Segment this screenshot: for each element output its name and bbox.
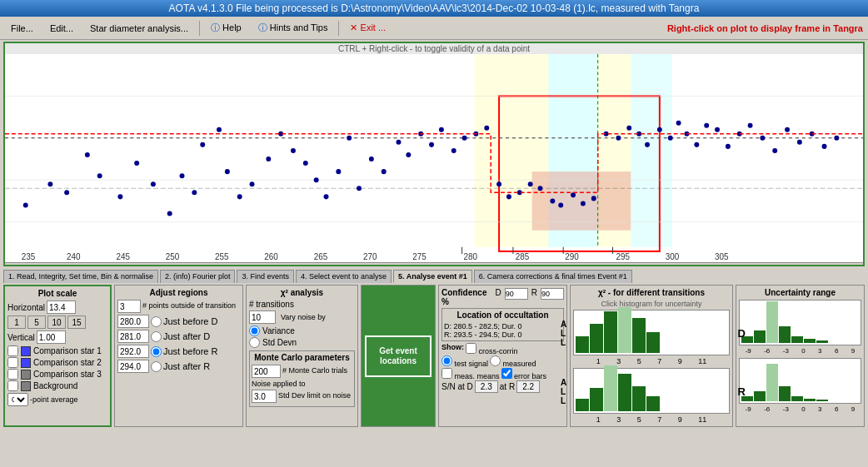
scale-10-button[interactable]: 10 [47,315,66,329]
background-checkbox[interactable] [7,380,18,391]
tab-6[interactable]: 6. Camera corrections & final times Even… [474,270,632,283]
std-devn-radio[interactable] [249,337,260,348]
star-diameter-menu[interactable]: Star diameter analysis... [84,21,194,36]
vertical-input[interactable] [37,330,66,344]
svg-point-26 [217,127,222,132]
variance-radio[interactable] [249,325,260,336]
svg-text:245: 245 [116,252,130,261]
horizontal-input[interactable] [47,301,76,314]
sn-at-d-input [475,380,498,393]
d-bar-3 [604,311,617,353]
variance-label: Variance [262,326,295,335]
svg-rect-4 [631,54,671,247]
just-before-r-radio[interactable] [151,346,162,357]
confidence-location-panel: Confidence % D R Location of occultation… [438,285,567,427]
cross-corrin-label[interactable]: cross-corrin [466,343,518,355]
sn-at-r-label: at R [500,382,515,391]
svg-rect-5 [532,171,631,231]
scale-15-button[interactable]: 15 [67,315,86,329]
r-histogram[interactable]: ALL R [573,368,730,414]
svg-point-36 [336,169,341,174]
just-before-d-input[interactable] [117,315,149,328]
just-before-r-input[interactable] [117,345,149,358]
chart-scrollbar[interactable]: ◄ ► [5,262,863,266]
measured-label[interactable]: measured [490,355,536,368]
svg-point-45 [439,127,444,132]
transitions-input[interactable] [249,311,276,324]
just-after-d-label: Just after D [163,331,210,341]
edit-menu[interactable]: Edit... [44,21,79,36]
horizontal-scale-row: Horizontal [7,301,107,314]
error-bars-checkbox[interactable] [501,368,512,379]
std-dev-input[interactable] [252,390,277,403]
svg-point-64 [645,142,650,147]
tab-2[interactable]: 2. (info) Fourier plot [160,270,236,283]
point-average-row: 0123 -point average [7,393,107,406]
tab-1[interactable]: 1. Read, Integrity, Set time, Bin & norm… [3,270,158,283]
meas-means-checkbox[interactable] [441,368,452,379]
d-uncertainty-histogram[interactable] [739,300,861,345]
svg-text:290: 290 [565,252,579,261]
chi2-diff-panel: χ² - for different transitions Click his… [570,285,733,427]
chi2-title: χ² analysis [249,288,355,297]
measured-radio[interactable] [490,355,501,366]
transitions-row: # transitions [249,300,355,309]
tab-3[interactable]: 3. Find events [237,270,294,283]
just-after-r-input[interactable] [117,360,149,373]
svg-point-72 [726,144,731,149]
svg-point-15 [47,181,52,186]
point-average-label: -point average [30,395,78,404]
scrollbar-track[interactable] [26,266,842,267]
menu-separator-2 [338,21,339,36]
meas-means-label[interactable]: meas. means [441,368,500,380]
points-outside-input[interactable] [117,300,141,313]
comp-star-3-checkbox[interactable] [7,369,18,380]
get-event-button[interactable]: Get event locations [365,335,432,377]
svg-text:235: 235 [22,252,36,261]
file-menu[interactable]: File... [5,21,39,36]
test-signal-radio[interactable] [441,355,452,366]
just-after-r-radio[interactable] [151,361,162,372]
scale-1-button[interactable]: 1 [7,315,26,329]
du-bar-2 [754,330,766,343]
chart-area[interactable]: 235 240 245 250 255 260 265 270 275 280 … [5,54,863,262]
scroll-left-arrow[interactable]: ◄ [15,265,22,267]
svg-point-34 [314,177,319,182]
d-histogram[interactable]: ALL D [573,310,730,355]
just-before-r-label: Just before R [163,346,217,356]
comp-star-3-label: Comparison star 3 [33,370,102,379]
scrollbar-thumb[interactable] [352,266,475,267]
scale-5-button[interactable]: 5 [27,315,46,329]
adjust-title: Adjust regions [117,288,240,297]
r-bar-6 [646,396,660,411]
just-after-d-radio[interactable] [151,331,162,342]
comp-star-3-color [21,370,31,380]
just-after-d-input[interactable] [117,330,149,343]
cross-corrin-checkbox[interactable] [466,343,476,354]
transitions-input-row: Vary noise by [249,311,355,324]
point-average-select[interactable]: 0123 [7,393,28,406]
r-conf-input[interactable] [541,288,564,300]
comp-star-2-checkbox[interactable] [7,357,18,368]
svg-point-76 [772,148,777,153]
svg-point-53 [528,181,533,186]
svg-point-35 [324,194,329,199]
help-menu[interactable]: ⓘ Help [205,19,247,37]
comp-star-1-checkbox[interactable] [7,345,18,356]
svg-point-42 [406,152,411,157]
tab-5[interactable]: 5. Analyse event #1 [393,270,472,283]
svg-point-74 [748,123,753,128]
all-label-d: ALL [561,319,566,346]
error-bars-label[interactable]: error bars [501,368,547,380]
mc-trials-input[interactable] [252,365,281,378]
tab-4[interactable]: 4. Select event to analyse [296,270,392,283]
scroll-right-arrow[interactable]: ► [846,265,853,267]
ru-bar-6 [804,399,816,401]
r-uncertainty-histogram[interactable] [739,358,861,404]
just-before-d-radio[interactable] [151,316,162,327]
exit-menu[interactable]: ✕ Exit ... [344,20,392,36]
test-signal-label[interactable]: test signal [441,355,488,368]
hints-tips-menu[interactable]: ⓘ Hints and Tips [252,19,334,37]
du-bar-3 [766,301,778,343]
d-conf-input[interactable] [505,288,528,300]
